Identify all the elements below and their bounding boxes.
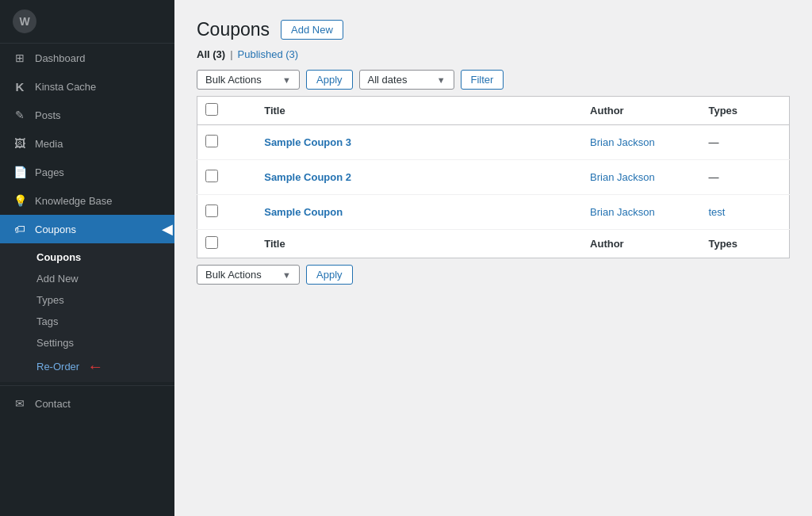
select-all-checkbox[interactable]	[205, 103, 218, 116]
bulk-actions-arrow: ▼	[282, 75, 291, 85]
add-new-button[interactable]: Add New	[281, 20, 343, 40]
re-order-arrow: ←	[87, 358, 103, 374]
coupons-icon: 🏷	[13, 222, 27, 236]
sidebar-divider	[0, 385, 174, 386]
top-toolbar: Bulk Actions ▼ Apply All dates ▼ Filter	[197, 70, 790, 90]
coupon-title-link-1[interactable]: Sample Coupon 3	[264, 136, 351, 148]
media-icon: 🖼	[13, 136, 27, 151]
table-row: Sample Coupon 2Brian Jackson—	[197, 160, 790, 195]
row-checkbox-1[interactable]	[205, 135, 218, 147]
submenu-re-order[interactable]: Re-Order ←	[0, 354, 174, 379]
bulk-actions-select-bottom[interactable]: Bulk Actions ▼	[197, 265, 300, 285]
sidebar-item-coupons-label: Coupons	[35, 224, 76, 235]
row-checkbox-3[interactable]	[205, 204, 218, 217]
title-footer[interactable]: Title	[256, 230, 582, 258]
sidebar-item-knowledge-base[interactable]: 💡 Knowledge Base	[0, 186, 174, 215]
coupon-author-link-3[interactable]: Brian Jackson	[590, 206, 655, 218]
filter-published[interactable]: Published (3)	[238, 48, 299, 60]
types-col-label: Types	[708, 105, 737, 117]
table-body: Sample Coupon 3Brian Jackson—Sample Coup…	[197, 125, 790, 230]
sidebar-item-kinsta-cache-label: Kinsta Cache	[35, 81, 96, 93]
filter-button[interactable]: Filter	[461, 70, 504, 90]
sidebar-item-coupons[interactable]: 🏷 Coupons ◀	[0, 215, 174, 243]
title-header[interactable]: Title	[256, 97, 582, 125]
sidebar-item-posts[interactable]: ✎ Posts	[0, 101, 174, 129]
title-col-label: Title	[264, 105, 285, 117]
row-types-cell: test	[700, 195, 789, 230]
bottom-toolbar: Bulk Actions ▼ Apply	[197, 265, 790, 285]
coupon-title-link-2[interactable]: Sample Coupon 2	[264, 171, 351, 183]
dates-arrow: ▼	[437, 75, 446, 85]
sidebar: W ⊞ Dashboard K Kinsta Cache ✎ Posts 🖼 M…	[0, 0, 174, 516]
sidebar-item-pages[interactable]: 📄 Pages	[0, 158, 174, 186]
sidebar-item-contact-label: Contact	[35, 398, 71, 410]
row-types-cell: —	[700, 125, 789, 160]
types-dash: —	[708, 171, 718, 183]
submenu-tags[interactable]: Tags	[0, 311, 174, 332]
coupons-table: Title Author Types Sample Coupon 3Brian …	[197, 96, 790, 258]
types-footer: Types	[700, 230, 789, 258]
author-footer-label: Author	[590, 238, 624, 250]
coupon-title-link-3[interactable]: Sample Coupon	[264, 206, 343, 218]
coupon-author-link-1[interactable]: Brian Jackson	[590, 136, 655, 148]
row-checkbox-cell	[197, 160, 257, 195]
all-dates-label: All dates	[368, 74, 408, 86]
submenu-add-new[interactable]: Add New	[0, 268, 174, 289]
row-title-cell: Sample Coupon	[256, 195, 582, 230]
sidebar-item-media[interactable]: 🖼 Media	[0, 129, 174, 158]
page-title: Coupons	[197, 19, 270, 40]
row-types-cell: —	[700, 160, 789, 195]
knowledge-base-icon: 💡	[13, 193, 27, 208]
sidebar-item-contact[interactable]: ✉ Contact	[0, 389, 174, 418]
author-header: Author	[582, 97, 700, 125]
apply-button-top[interactable]: Apply	[306, 70, 353, 90]
active-indicator: ◀	[162, 220, 173, 238]
re-order-label: Re-Order	[36, 361, 79, 373]
main-content: Coupons Add New All (3) | Published (3) …	[174, 0, 812, 516]
row-title-cell: Sample Coupon 2	[256, 160, 582, 195]
date-filter-select[interactable]: All dates ▼	[359, 70, 454, 90]
row-author-cell: Brian Jackson	[582, 160, 700, 195]
bulk-actions-bottom-label: Bulk Actions	[205, 269, 262, 281]
sidebar-item-dashboard[interactable]: ⊞ Dashboard	[0, 44, 174, 72]
table-footer-row: Title Author Types	[197, 230, 790, 258]
coupons-submenu: Coupons Add New Types Tags Settings Re-O…	[0, 243, 174, 382]
table-row: Sample Coupon 3Brian Jackson—	[197, 125, 790, 160]
bulk-actions-label: Bulk Actions	[205, 74, 262, 86]
submenu-settings[interactable]: Settings	[0, 332, 174, 354]
sidebar-item-dashboard-label: Dashboard	[35, 52, 86, 64]
row-checkbox-cell	[197, 195, 257, 230]
author-footer: Author	[582, 230, 700, 258]
page-header: Coupons Add New	[197, 19, 790, 40]
coupon-author-link-2[interactable]: Brian Jackson	[590, 171, 655, 183]
sidebar-item-knowledge-base-label: Knowledge Base	[35, 195, 113, 207]
posts-icon: ✎	[13, 108, 27, 122]
filter-links: All (3) | Published (3)	[197, 48, 790, 60]
author-col-label: Author	[590, 105, 624, 117]
coupon-type-link-3[interactable]: test	[708, 206, 725, 218]
bulk-actions-select[interactable]: Bulk Actions ▼	[197, 70, 300, 90]
sidebar-item-kinsta-cache[interactable]: K Kinsta Cache	[0, 72, 174, 101]
table-row: Sample CouponBrian Jacksontest	[197, 195, 790, 230]
sidebar-item-posts-label: Posts	[35, 109, 61, 121]
wordpress-logo: W	[13, 10, 36, 33]
kinsta-cache-icon: K	[13, 79, 27, 94]
types-dash: —	[708, 136, 718, 148]
dashboard-icon: ⊞	[13, 51, 27, 65]
row-author-cell: Brian Jackson	[582, 125, 700, 160]
filter-separator: |	[230, 48, 232, 60]
select-all-header	[197, 97, 257, 125]
select-all-checkbox-bottom[interactable]	[205, 236, 218, 249]
filter-all[interactable]: All (3)	[197, 48, 225, 60]
submenu-header: Coupons	[0, 247, 174, 268]
types-footer-label: Types	[708, 238, 737, 250]
row-title-cell: Sample Coupon 3	[256, 125, 582, 160]
sidebar-item-pages-label: Pages	[35, 166, 64, 178]
row-checkbox-2[interactable]	[205, 170, 218, 182]
select-all-footer	[197, 230, 257, 258]
contact-icon: ✉	[13, 396, 27, 411]
table-header-row: Title Author Types	[197, 97, 790, 125]
submenu-types[interactable]: Types	[0, 289, 174, 311]
apply-button-bottom[interactable]: Apply	[306, 265, 353, 285]
pages-icon: 📄	[13, 165, 27, 179]
